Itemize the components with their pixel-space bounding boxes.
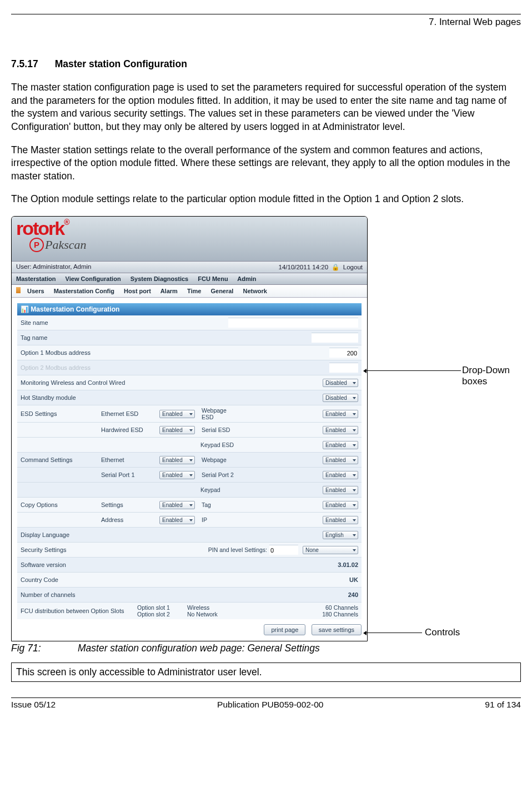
- label-copy-tag: Tag: [202, 501, 238, 508]
- dd-esd-kp[interactable]: Enabled: [323, 441, 358, 449]
- section-number: 7.5.17: [11, 58, 38, 70]
- paragraph: The Master station settings relate to th…: [11, 144, 521, 183]
- label-esd-eth: Ethernet ESD: [101, 410, 159, 417]
- label-opt1addr: Option 1 Modbus address: [21, 349, 101, 356]
- label-monitoring: Monitoring Wireless and Control Wired: [21, 379, 154, 386]
- label-esd-ser: Serial ESD: [202, 426, 238, 433]
- value-slot2-ch: 180 Channels: [322, 611, 358, 618]
- callout-arrow: [367, 370, 461, 371]
- config-panel[interactable]: 📊 Masterstation Configuration Site name …: [12, 298, 367, 620]
- submenu-general[interactable]: General: [210, 288, 233, 294]
- label-hotstandby: Hot Standby module: [21, 394, 101, 401]
- user-label: User: Administrator, Admin: [16, 263, 92, 271]
- value-slot1-net: Wireless: [187, 604, 209, 611]
- dd-cmd-kp[interactable]: Enabled: [323, 486, 358, 494]
- callout-dropdown: Drop-Down boxes: [462, 365, 521, 387]
- label-fcudist: FCU distribution between Option Slots: [21, 608, 137, 614]
- label-sw: Software version: [21, 561, 101, 568]
- value-slot2-net: No Network: [187, 611, 218, 618]
- submenu-hostport[interactable]: Host port: [124, 288, 151, 294]
- input-opt1addr[interactable]: [329, 348, 358, 358]
- datetime-label: 14/10/2011 14:20: [279, 264, 329, 270]
- menu-item-viewconfig[interactable]: View Configuration: [66, 275, 121, 282]
- label-cc: Country Code: [21, 576, 101, 583]
- submenu-alarm[interactable]: Alarm: [160, 288, 178, 294]
- dd-hotstandby[interactable]: Disabled: [323, 394, 358, 402]
- menu-item-admin[interactable]: Admin: [237, 275, 256, 282]
- label-esd-kp: Keypad ESD: [200, 441, 237, 448]
- config-title: 📊 Masterstation Configuration: [17, 303, 362, 315]
- label-cmd-s2: Serial Port 2: [202, 471, 238, 478]
- label-slot1: Option slot 1: [137, 604, 170, 611]
- header-banner: rotork® PPakscan: [12, 217, 367, 261]
- footer-publication: Publication PUB059-002-00: [217, 700, 323, 710]
- label-cmd: Command Settings: [21, 456, 101, 463]
- paragraph: The Option module settings relate to the…: [11, 193, 521, 206]
- label-cmd-eth: Ethernet: [101, 456, 159, 463]
- logout-link[interactable]: Logout: [343, 264, 363, 270]
- dd-copy-set[interactable]: Enabled: [159, 501, 195, 509]
- label-copy: Copy Options: [21, 501, 101, 508]
- figure: rotork® PPakscan User: Administrator, Ad…: [11, 216, 521, 641]
- label-esd-web: Webpage ESD: [202, 407, 238, 420]
- label-copy-addr: Address: [101, 516, 159, 523]
- submenu-time[interactable]: Time: [187, 288, 201, 294]
- label-sitename: Site name: [21, 319, 101, 326]
- menu-item-fcu[interactable]: FCU Menu: [198, 275, 228, 282]
- dd-copy-tag[interactable]: Enabled: [323, 501, 358, 509]
- dd-cmd-s2[interactable]: Enabled: [323, 471, 358, 479]
- section-heading: 7.5.17Master station Configuration: [11, 58, 521, 70]
- submenu-users[interactable]: Users: [27, 288, 44, 294]
- note-box: This screen is only accessible to Admini…: [11, 663, 521, 682]
- label-opt2addr: Option 2 Modbus address: [21, 364, 101, 371]
- save-settings-button[interactable]: save settings: [312, 624, 362, 635]
- value-nchan: 240: [348, 591, 358, 598]
- dd-esd-hw[interactable]: Enabled: [159, 426, 195, 434]
- dd-esd-web[interactable]: Enabled: [323, 410, 358, 418]
- main-menu: Masterstation View Configuration System …: [12, 273, 367, 285]
- dd-cmd-web[interactable]: Enabled: [323, 456, 358, 464]
- submenu-msconfig[interactable]: Masterstation Config: [54, 288, 114, 294]
- logo-rotork: rotork®: [16, 218, 69, 239]
- button-row: print page save settings: [12, 620, 367, 641]
- dd-sec-level[interactable]: None: [303, 546, 358, 554]
- section-title: Master station Configuration: [55, 58, 187, 69]
- input-sitename[interactable]: [228, 318, 358, 328]
- label-sec-pin: PIN and level Settings:: [208, 546, 267, 553]
- value-cc: UK: [349, 576, 358, 583]
- print-page-button[interactable]: print page: [264, 624, 305, 635]
- callout-controls: Controls: [425, 627, 460, 638]
- submenu-network[interactable]: Network: [243, 288, 267, 294]
- logo-pakscan: PPakscan: [29, 238, 87, 252]
- footer-issue: Issue 05/12: [11, 700, 56, 710]
- paragraph: The master station configuration page is…: [11, 81, 521, 134]
- page-header: 7. Internal Web pages: [11, 14, 521, 28]
- dd-copy-ip[interactable]: Enabled: [323, 516, 358, 524]
- label-cmd-web: Webpage: [202, 456, 238, 463]
- dd-esd-eth[interactable]: Enabled: [159, 410, 195, 418]
- input-sec-pin[interactable]: [269, 545, 298, 555]
- page-footer: Issue 05/12 Publication PUB059-002-00 91…: [11, 697, 521, 710]
- dd-monitoring[interactable]: Disabled: [323, 379, 358, 387]
- value-slot1-ch: 60 Channels: [325, 604, 358, 611]
- label-displang: Display Language: [21, 531, 101, 538]
- input-opt2addr[interactable]: [329, 363, 358, 373]
- label-esd-hw: Hardwired ESD: [101, 426, 159, 433]
- label-slot2: Option slot 2: [137, 611, 170, 618]
- dd-displang[interactable]: English: [323, 531, 358, 539]
- sub-menu: Users Masterstation Config Host port Ala…: [12, 285, 367, 298]
- menu-item-diagnostics[interactable]: System Diagnostics: [131, 275, 189, 282]
- label-cmd-kp: Keypad: [200, 486, 237, 493]
- dd-copy-addr[interactable]: Enabled: [159, 516, 195, 524]
- input-tagname[interactable]: [312, 333, 358, 343]
- label-tagname: Tag name: [21, 334, 101, 341]
- dd-esd-ser[interactable]: Enabled: [323, 426, 358, 434]
- label-esd: ESD Settings: [21, 410, 101, 417]
- menu-item-masterstation[interactable]: Masterstation: [16, 275, 56, 282]
- screenshot: rotork® PPakscan User: Administrator, Ad…: [11, 216, 368, 641]
- label-nchan: Number of channels: [21, 591, 101, 598]
- dd-cmd-s1[interactable]: Enabled: [159, 471, 195, 479]
- label-sec: Security Settings: [21, 546, 101, 553]
- dd-cmd-eth[interactable]: Enabled: [159, 456, 195, 464]
- footer-pagenum: 91 of 134: [485, 700, 521, 710]
